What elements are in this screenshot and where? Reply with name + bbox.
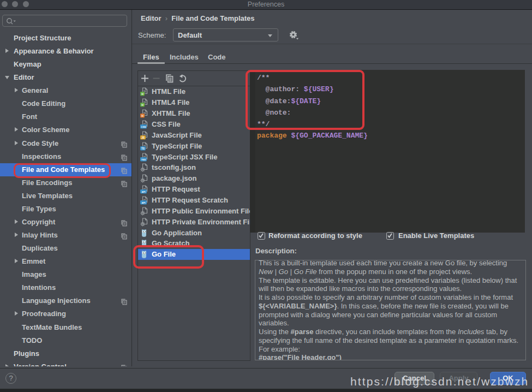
svg-text:JS: JS (141, 136, 145, 139)
svg-text:H: H (141, 92, 144, 96)
svg-text:API: API (142, 201, 146, 204)
svg-text:CSS: CSS (141, 126, 146, 128)
svg-text:TSX: TSX (141, 158, 146, 161)
svg-text:H: H (141, 114, 144, 117)
svg-text:API: API (142, 191, 146, 193)
svg-text:TS: TS (141, 147, 145, 150)
svg-text:H: H (141, 103, 144, 106)
